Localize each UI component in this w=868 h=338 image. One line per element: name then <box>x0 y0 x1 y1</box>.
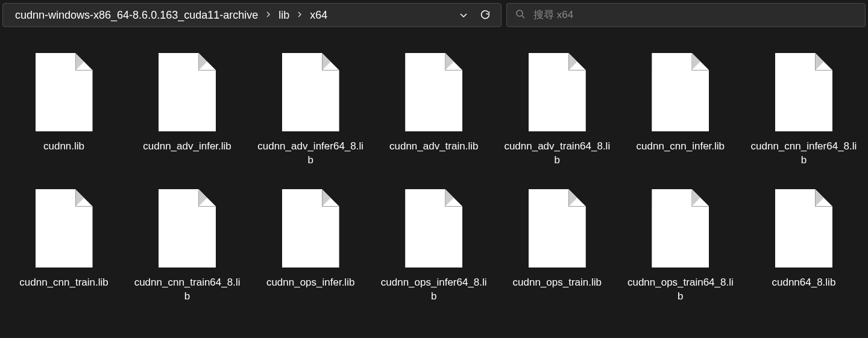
breadcrumb-segment-2[interactable]: x64 <box>307 8 330 23</box>
chevron-right-icon <box>297 11 303 19</box>
file-icon <box>36 189 93 268</box>
search-input[interactable] <box>533 9 857 21</box>
file-label: cudnn_cnn_train.lib <box>19 276 108 304</box>
file-item[interactable]: cudnn_ops_infer64_8.lib <box>373 184 495 308</box>
file-item[interactable]: cudnn_adv_train64_8.lib <box>495 48 618 172</box>
file-icon <box>529 53 586 131</box>
file-item[interactable]: cudnn_cnn_train.lib <box>2 184 125 308</box>
file-item[interactable]: cudnn_ops_infer.lib <box>249 184 372 308</box>
file-icon <box>159 189 216 268</box>
search-box[interactable] <box>506 3 866 27</box>
address-bar[interactable]: cudnn-windows-x86_64-8.6.0.163_cuda11-ar… <box>2 3 502 27</box>
file-item[interactable]: cudnn_ops_train64_8.lib <box>619 184 742 308</box>
file-label: cudnn.lib <box>43 140 84 167</box>
file-label: cudnn_ops_infer.lib <box>266 276 355 304</box>
breadcrumb: cudnn-windows-x86_64-8.6.0.163_cuda11-ar… <box>8 8 453 23</box>
breadcrumb-segment-0[interactable]: cudnn-windows-x86_64-8.6.0.163_cuda11-ar… <box>13 8 260 23</box>
search-icon <box>515 9 525 21</box>
file-item[interactable]: cudnn_cnn_train64_8.lib <box>126 184 249 308</box>
file-icon <box>529 189 586 268</box>
file-icon <box>652 189 709 268</box>
file-label: cudnn_cnn_train64_8.lib <box>133 276 242 304</box>
file-label: cudnn_adv_train64_8.lib <box>503 140 611 167</box>
file-label: cudnn64_8.lib <box>772 276 835 304</box>
file-icon <box>775 53 832 131</box>
file-icon <box>652 53 709 131</box>
file-icon <box>405 53 462 131</box>
chevron-right-icon <box>265 11 271 19</box>
file-icon <box>159 53 216 131</box>
file-label: cudnn_ops_train64_8.lib <box>626 276 735 304</box>
file-icon <box>282 53 339 131</box>
refresh-button[interactable] <box>474 4 496 26</box>
file-item[interactable]: cudnn_cnn_infer.lib <box>619 48 742 172</box>
file-label: cudnn_adv_infer64_8.lib <box>256 140 365 167</box>
file-label: cudnn_cnn_infer64_8.lib <box>749 140 858 167</box>
file-item[interactable]: cudnn_cnn_infer64_8.lib <box>742 48 865 172</box>
file-label: cudnn_ops_infer64_8.lib <box>380 276 488 304</box>
file-label: cudnn_adv_train.lib <box>389 140 478 167</box>
file-item[interactable]: cudnn64_8.lib <box>742 184 865 308</box>
file-icon <box>36 53 93 131</box>
breadcrumb-segment-1[interactable]: lib <box>276 8 292 23</box>
file-item[interactable]: cudnn.lib <box>2 48 125 172</box>
file-item[interactable]: cudnn_ops_train.lib <box>495 184 618 308</box>
svg-point-0 <box>517 10 523 16</box>
file-label: cudnn_adv_infer.lib <box>143 140 231 167</box>
file-icon <box>405 189 462 268</box>
breadcrumb-dropdown-button[interactable] <box>453 4 474 26</box>
file-item[interactable]: cudnn_adv_infer64_8.lib <box>249 48 372 172</box>
file-icon <box>775 189 832 268</box>
file-grid: cudnn.libcudnn_adv_infer.libcudnn_adv_in… <box>0 30 868 308</box>
file-item[interactable]: cudnn_adv_infer.lib <box>126 48 249 172</box>
file-icon <box>282 189 339 268</box>
file-item[interactable]: cudnn_adv_train.lib <box>373 48 495 172</box>
file-label: cudnn_cnn_infer.lib <box>637 140 725 167</box>
toolbar: cudnn-windows-x86_64-8.6.0.163_cuda11-ar… <box>0 0 868 30</box>
file-label: cudnn_ops_train.lib <box>513 276 602 304</box>
